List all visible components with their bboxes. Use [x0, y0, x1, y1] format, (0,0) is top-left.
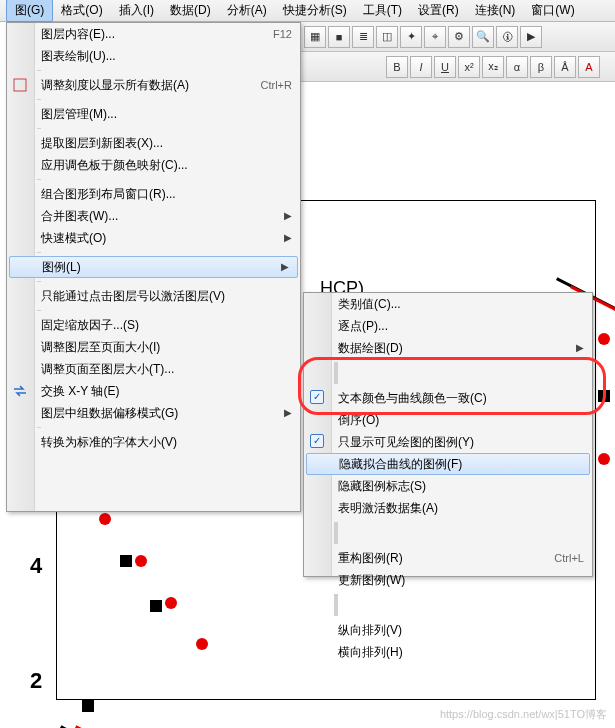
menu-item[interactable]: 调整刻度以显示所有数据(A)Ctrl+R [7, 74, 300, 96]
menu-separator [334, 522, 338, 544]
graph-menu-dropdown: 图层内容(E)...F12图表绘制(U)...调整刻度以显示所有数据(A)Ctr… [6, 22, 301, 512]
menu-item[interactable]: 快速模式(O)▶ [7, 227, 300, 249]
menu-separator [37, 252, 41, 253]
italic-button[interactable]: I [410, 56, 432, 78]
menu-item[interactable]: 倒序(O) [304, 409, 592, 431]
menu-item[interactable]: 逐点(P)... [304, 315, 592, 337]
axis-tick-2: 2 [30, 670, 42, 692]
menu-format[interactable]: 格式(O) [53, 0, 110, 21]
menu-item[interactable]: ✓文本颜色与曲线颜色一致(C) [304, 387, 592, 409]
menu-item-label: 图表绘制(U)... [41, 48, 116, 64]
menu-item-label: 更新图例(W) [338, 572, 405, 588]
subscript-button[interactable]: x₂ [482, 56, 504, 78]
plot-square [82, 700, 94, 712]
menu-item[interactable]: 调整页面至图层大小(T)... [7, 358, 300, 380]
menu-item-label: 类别值(C)... [338, 296, 401, 312]
menu-item[interactable]: 提取图层到新图表(X)... [7, 132, 300, 154]
submenu-arrow-icon: ▶ [576, 340, 584, 356]
toolbar-btn[interactable]: 🔍 [472, 26, 494, 48]
menu-item-label: 只显示可见绘图的图例(Y) [338, 434, 474, 450]
menu-item[interactable]: 数据绘图(D)▶ [304, 337, 592, 359]
menu-item[interactable]: 重构图例(R)Ctrl+L [304, 547, 592, 569]
menu-prefs[interactable]: 设置(R) [410, 0, 467, 21]
menu-item[interactable]: 合并图表(W)...▶ [7, 205, 300, 227]
menu-item[interactable]: 纵向排列(V) [304, 619, 592, 641]
menu-item[interactable]: 图层中组数据偏移模式(G)▶ [7, 402, 300, 424]
superscript-button[interactable]: x² [458, 56, 480, 78]
ab-button[interactable]: Å [554, 56, 576, 78]
menu-item-label: 隐藏图例标志(S) [338, 478, 426, 494]
menu-item[interactable]: 只能通过点击图层号以激活图层(V) [7, 285, 300, 307]
plot-dot [196, 638, 208, 650]
menu-insert[interactable]: 插入(I) [111, 0, 162, 21]
plot-square [150, 600, 162, 612]
menu-item-label: 表明激活数据集(A) [338, 500, 438, 516]
menu-item[interactable]: 应用调色板于颜色映射(C)... [7, 154, 300, 176]
menu-item-label: 调整刻度以显示所有数据(A) [41, 77, 189, 93]
plot-dot [135, 555, 147, 567]
menu-connect[interactable]: 连接(N) [467, 0, 524, 21]
underline-button[interactable]: U [434, 56, 456, 78]
submenu-arrow-icon: ▶ [284, 405, 292, 421]
menu-item-label: 文本颜色与曲线颜色一致(C) [338, 390, 487, 406]
menu-analyze[interactable]: 分析(A) [219, 0, 275, 21]
toolbar-btn[interactable]: ≣ [352, 26, 374, 48]
menu-item[interactable]: 图层内容(E)...F12 [7, 23, 300, 45]
submenu-arrow-icon: ▶ [284, 208, 292, 224]
toolbar-btn[interactable]: ⌖ [424, 26, 446, 48]
menu-item[interactable]: 图表绘制(U)... [7, 45, 300, 67]
menu-item[interactable]: 隐藏拟合曲线的图例(F) [306, 453, 590, 475]
menu-item-label: 数据绘图(D) [338, 340, 403, 356]
axis-tick-4: 4 [30, 555, 42, 577]
menu-data[interactable]: 数据(D) [162, 0, 219, 21]
toolbar-btn[interactable]: ⚙ [448, 26, 470, 48]
menu-item-label: 调整页面至图层大小(T)... [41, 361, 174, 377]
menu-tools[interactable]: 工具(T) [355, 0, 410, 21]
shortcut-label: Ctrl+R [261, 77, 292, 93]
menu-item-label: 横向排列(H) [338, 644, 403, 660]
menu-item-label: 合并图表(W)... [41, 208, 118, 224]
shortcut-label: Ctrl+L [554, 550, 584, 566]
menu-window[interactable]: 窗口(W) [523, 0, 582, 21]
plot-dot [598, 333, 610, 345]
toolbar-btn[interactable]: ◫ [376, 26, 398, 48]
toolbar-btn[interactable]: 🛈 [496, 26, 518, 48]
menu-item[interactable]: 图层管理(M)... [7, 103, 300, 125]
menu-item[interactable]: 组合图形到布局窗口(R)... [7, 183, 300, 205]
menu-item[interactable]: 类别值(C)... [304, 293, 592, 315]
toolbar-btn[interactable]: ▶ [520, 26, 542, 48]
menu-separator [37, 128, 41, 129]
toolbar-btn[interactable]: ✦ [400, 26, 422, 48]
plot-dot [99, 513, 111, 525]
menu-quick[interactable]: 快捷分析(S) [275, 0, 355, 21]
toolbar-btn[interactable]: ■ [328, 26, 350, 48]
menu-item[interactable]: 固定缩放因子...(S) [7, 314, 300, 336]
toolbar-format: B I U x² x₂ α β Å A [300, 52, 615, 82]
alpha-button[interactable]: α [506, 56, 528, 78]
menu-item-label: 图层管理(M)... [41, 106, 117, 122]
menu-graph[interactable]: 图(G) [6, 0, 53, 22]
menu-item[interactable]: 调整图层至页面大小(I) [7, 336, 300, 358]
menu-separator [37, 70, 41, 71]
toolbar-top: ▦ ■ ≣ ◫ ✦ ⌖ ⚙ 🔍 🛈 ▶ [300, 22, 615, 52]
font-color-button[interactable]: A [578, 56, 600, 78]
menu-item[interactable]: 横向排列(H) [304, 641, 592, 663]
legend-submenu: 类别值(C)...逐点(P)...数据绘图(D)▶✓文本颜色与曲线颜色一致(C)… [303, 292, 593, 577]
menu-item[interactable]: 图例(L)▶ [9, 256, 298, 278]
menu-item[interactable]: ✓只显示可见绘图的图例(Y) [304, 431, 592, 453]
menu-item[interactable]: 交换 X-Y 轴(E) [7, 380, 300, 402]
rescale-icon [12, 77, 28, 93]
bold-button[interactable]: B [386, 56, 408, 78]
menu-item[interactable]: 更新图例(W) [304, 569, 592, 591]
menu-item-label: 图层中组数据偏移模式(G) [41, 405, 178, 421]
menu-separator [37, 427, 41, 428]
menu-item[interactable]: 表明激活数据集(A) [304, 497, 592, 519]
menu-item[interactable]: 隐藏图例标志(S) [304, 475, 592, 497]
menu-separator [37, 99, 41, 100]
beta-button[interactable]: β [530, 56, 552, 78]
watermark: https://blog.csdn.net/wx|51TO博客 [440, 707, 607, 722]
toolbar-btn[interactable]: ▦ [304, 26, 326, 48]
menu-item-label: 图例(L) [42, 259, 81, 275]
submenu-arrow-icon: ▶ [281, 259, 289, 275]
menu-item[interactable]: 转换为标准的字体大小(V) [7, 431, 300, 453]
